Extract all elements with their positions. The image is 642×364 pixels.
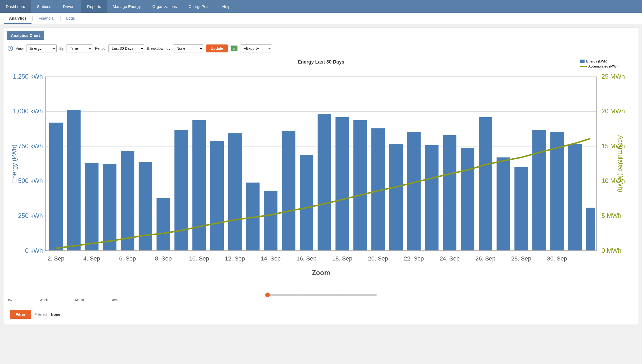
svg-text:8. Sep: 8. Sep	[155, 255, 172, 262]
svg-text:18. Sep: 18. Sep	[332, 255, 352, 262]
bar-11	[228, 133, 242, 251]
legend-energy: Energy (kWh)	[580, 59, 619, 63]
view-label: View	[16, 46, 24, 51]
zoom-labels: Day Week Month Year	[7, 298, 118, 302]
bar-29	[550, 132, 564, 251]
bar-27	[514, 167, 528, 251]
nav-manage-energy[interactable]: Manage Energy	[107, 0, 147, 13]
legend-energy-label: Energy (kWh)	[586, 59, 607, 63]
zoom-tick-week	[302, 293, 302, 296]
svg-text:750 kWh: 750 kWh	[18, 143, 43, 150]
nav-stations[interactable]: Stations	[31, 0, 57, 13]
bar-8	[174, 130, 188, 251]
bar-14	[282, 131, 295, 251]
bar-23	[443, 135, 456, 251]
bar-26	[497, 158, 510, 251]
chart-svg: 0 kWh 250 kWh 500 kWh 750 kWh 1,000 kWh …	[7, 67, 635, 289]
zoom-section: Day Week Month Year	[7, 292, 635, 302]
bar-7	[156, 198, 170, 251]
bar-13	[264, 191, 277, 251]
svg-text:26. Sep: 26. Sep	[475, 255, 496, 262]
period-label: Period	[95, 46, 105, 51]
subnav-analytics[interactable]: Analytics	[4, 13, 32, 24]
zoom-label-day: Day	[7, 298, 12, 302]
breakdown-label: Breakdown by	[147, 46, 170, 51]
svg-text:2. Sep: 2. Sep	[48, 255, 64, 262]
subnav-divider-1: |	[32, 16, 34, 21]
svg-text:1,000 kWh: 1,000 kWh	[13, 108, 43, 115]
legend-accumulated-label: Accumulated (MWh)	[588, 64, 619, 68]
bar-4	[103, 164, 116, 251]
sub-navigation: Analytics | Financial | Logs	[0, 13, 642, 24]
svg-text:14. Sep: 14. Sep	[261, 255, 281, 262]
bar-16	[318, 114, 331, 251]
legend-accumulated: Accumulated (MWh)	[580, 64, 619, 68]
filter-button[interactable]: Filter	[10, 310, 31, 319]
bar-24	[461, 148, 474, 251]
bar-21	[407, 132, 421, 251]
zoom-label-year: Year	[111, 298, 118, 302]
svg-text:1,250 kWh: 1,250 kWh	[13, 73, 43, 80]
svg-text:4. Sep: 4. Sep	[83, 255, 100, 262]
nav-chargepoint[interactable]: ChargePoint	[183, 0, 216, 13]
svg-text:0 MWh: 0 MWh	[601, 247, 621, 254]
subnav-financial[interactable]: Financial	[34, 13, 59, 24]
filter-value: None	[51, 312, 60, 317]
nav-help[interactable]: Help	[216, 0, 236, 13]
controls-row: ? View Energy Sessions Utilization By Ti…	[7, 42, 635, 55]
zoom-row	[7, 292, 635, 298]
bar-20	[389, 144, 403, 251]
main-content: Analytics Chart ? View Energy Sessions U…	[3, 28, 639, 325]
chart-area: Energy Last 30 Days Energy (kWh) Accumul…	[7, 57, 635, 304]
filter-label: Filtered:	[34, 312, 48, 317]
legend-energy-box	[580, 60, 585, 63]
export-icon[interactable]: XLS	[231, 46, 237, 51]
by-select[interactable]: Time Station Driver	[66, 44, 92, 52]
chart-svg-container: 0 kWh 250 kWh 500 kWh 750 kWh 1,000 kWh …	[7, 67, 635, 290]
bar-1	[49, 123, 63, 251]
top-navigation: Dashboard Stations Drivers Reports Manag…	[0, 0, 642, 13]
breakdown-select[interactable]: None Station Driver Port Type	[173, 44, 203, 52]
zoom-thumb[interactable]	[265, 293, 270, 297]
svg-text:500 kWh: 500 kWh	[18, 177, 43, 184]
help-icon[interactable]: ?	[8, 46, 13, 51]
svg-text:30. Sep: 30. Sep	[547, 255, 567, 262]
svg-text:Zoom: Zoom	[312, 269, 330, 276]
svg-text:5 MWh: 5 MWh	[601, 212, 621, 219]
bar-9	[192, 120, 206, 251]
zoom-slider-container[interactable]	[266, 292, 377, 298]
view-select[interactable]: Energy Sessions Utilization	[26, 44, 57, 52]
svg-text:0 kWh: 0 kWh	[25, 247, 43, 254]
analytics-chart-tab: Analytics Chart	[7, 31, 44, 40]
bar-10	[210, 141, 224, 251]
bar-31	[586, 208, 595, 251]
export-select[interactable]: --Export-- CSV PDF	[240, 44, 272, 52]
bar-22	[425, 145, 438, 251]
nav-dashboard[interactable]: Dashboard	[0, 0, 31, 13]
update-button[interactable]: Update	[206, 44, 228, 52]
legend-accumulated-line	[580, 66, 587, 67]
bar-18	[353, 120, 367, 251]
bar-17	[335, 117, 349, 251]
period-select[interactable]: Last 30 Days Last 7 Days Last 90 Days Cu…	[108, 44, 144, 52]
svg-text:250 kWh: 250 kWh	[18, 212, 43, 219]
filter-bar: Filter Filtered: None	[7, 307, 635, 321]
nav-reports[interactable]: Reports	[81, 0, 107, 13]
svg-text:22. Sep: 22. Sep	[404, 255, 424, 262]
bar-2	[67, 110, 80, 251]
nav-drivers[interactable]: Drivers	[57, 0, 82, 13]
svg-text:20 MWh: 20 MWh	[601, 108, 625, 115]
nav-organizations[interactable]: Organizations	[147, 0, 183, 13]
bar-5	[121, 151, 134, 251]
chart-legend: Energy (kWh) Accumulated (MWh)	[580, 59, 619, 68]
bar-3	[85, 163, 98, 251]
svg-text:12. Sep: 12. Sep	[225, 255, 245, 262]
svg-text:6. Sep: 6. Sep	[119, 255, 136, 262]
bar-6	[139, 162, 152, 251]
svg-text:28. Sep: 28. Sep	[511, 255, 531, 262]
svg-text:20. Sep: 20. Sep	[368, 255, 388, 262]
subnav-divider-2: |	[59, 16, 61, 21]
subnav-logs[interactable]: Logs	[61, 13, 80, 24]
bar-15	[300, 155, 313, 251]
zoom-tick-month	[339, 293, 339, 296]
